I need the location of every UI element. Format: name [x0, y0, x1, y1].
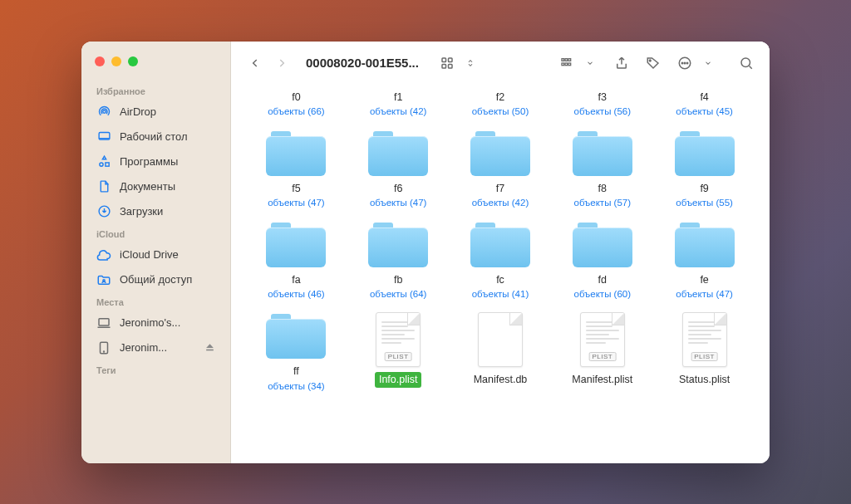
svg-rect-10 [442, 58, 446, 62]
item-subtitle: объекты (57) [574, 198, 632, 208]
item-subtitle: объекты (66) [268, 106, 325, 116]
item-subtitle: объекты (42) [472, 198, 529, 208]
svg-rect-15 [565, 58, 568, 61]
svg-rect-11 [448, 58, 452, 62]
file-item[interactable]: PLISTStatus.plist [656, 307, 753, 395]
svg-rect-3 [105, 163, 108, 166]
sidebar-item-airdrop[interactable]: AirDrop [81, 100, 230, 125]
folder-item[interactable]: f1объекты (42) [350, 85, 447, 121]
file-item[interactable]: PLISTInfo.plist [350, 307, 447, 395]
sidebar-item-shared[interactable]: Общий доступ [81, 267, 230, 292]
sidebar-item-label: Программы [120, 155, 178, 168]
folder-item[interactable]: f5объекты (47) [248, 125, 345, 213]
share-button[interactable] [610, 52, 633, 74]
ellipsis-circle-icon [673, 52, 696, 74]
close-button[interactable] [95, 56, 105, 66]
folder-item[interactable]: feобъекты (47) [656, 216, 753, 304]
svg-point-8 [104, 351, 105, 352]
sidebar-section-icloud-label: iCloud [81, 224, 230, 242]
sidebar-item-downloads[interactable]: Загрузки [81, 199, 230, 224]
svg-rect-12 [442, 64, 446, 68]
folder-item[interactable]: f0объекты (66) [248, 85, 345, 121]
item-name: ff [289, 364, 303, 379]
icon-grid[interactable]: f0объекты (66)f1объекты (42)f2объекты (5… [231, 85, 770, 463]
item-name: f3 [594, 90, 611, 105]
chevron-down-icon [696, 52, 720, 74]
folder-icon [368, 130, 428, 176]
folder-item[interactable]: fcобъекты (41) [452, 216, 549, 304]
sidebar-item-documents[interactable]: Документы [81, 174, 230, 199]
forward-button[interactable] [269, 52, 294, 74]
item-name: Manifest.plist [568, 372, 637, 387]
folder-icon [266, 221, 326, 267]
cloud-icon [96, 247, 111, 262]
item-name: f9 [696, 181, 712, 196]
sidebar-item-label: Документы [120, 180, 175, 193]
item-subtitle: объекты (47) [268, 198, 325, 208]
file-item[interactable]: PLISTManifest.plist [553, 307, 651, 395]
item-subtitle: объекты (60) [574, 289, 632, 299]
svg-point-0 [102, 110, 106, 114]
folder-icon [675, 221, 735, 267]
group-icon [555, 52, 578, 74]
folder-icon [470, 221, 530, 267]
sidebar-item-label: Рабочий стол [120, 130, 188, 143]
item-name: f1 [390, 90, 406, 105]
folder-item[interactable]: ffобъекты (34) [248, 307, 345, 395]
document-icon: PLIST [682, 312, 727, 367]
file-item[interactable]: Manifest.db [452, 307, 549, 395]
folder-item[interactable]: f7объекты (42) [452, 125, 549, 213]
group-by-button[interactable] [555, 52, 602, 74]
folder-icon [266, 312, 326, 359]
item-name: f7 [492, 181, 509, 196]
sidebar-item-desktop[interactable]: Рабочий стол [81, 125, 230, 149]
minimize-button[interactable] [111, 56, 121, 66]
sidebar-item-label: Jeronim... [120, 341, 167, 354]
sidebar-item-icloud-drive[interactable]: iCloud Drive [81, 242, 230, 267]
icon-view-icon [435, 52, 459, 74]
airdrop-icon [96, 105, 111, 120]
document-icon: PLIST [376, 312, 421, 367]
item-subtitle: объекты (41) [472, 289, 529, 299]
tags-button[interactable] [642, 52, 665, 74]
search-button[interactable] [735, 52, 758, 74]
sidebar-item-ipad[interactable]: Jeronim... [81, 335, 230, 360]
folder-item[interactable]: f9объекты (55) [656, 125, 753, 213]
folder-item[interactable]: fbобъекты (64) [350, 216, 447, 304]
folder-item[interactable]: f3объекты (56) [553, 85, 651, 121]
folder-item[interactable]: f6объекты (47) [350, 125, 447, 213]
sidebar-section-locations-label: Места [81, 292, 230, 311]
folder-icon [266, 130, 326, 176]
svg-point-24 [686, 62, 688, 64]
folder-item[interactable]: fdобъекты (60) [553, 216, 651, 304]
svg-rect-9 [206, 350, 214, 351]
eject-icon[interactable] [204, 342, 215, 353]
sidebar-item-label: Общий доступ [120, 273, 192, 286]
item-subtitle: объекты (42) [370, 106, 427, 116]
downloads-icon [96, 204, 111, 219]
folder-item[interactable]: f2объекты (50) [452, 85, 549, 121]
window-controls [81, 53, 230, 81]
item-name: fb [390, 272, 406, 287]
folder-item[interactable]: faобъекты (46) [248, 216, 345, 304]
sidebar-section-tags-label: Теги [81, 360, 230, 379]
document-icon [478, 312, 523, 367]
item-name: f4 [696, 90, 712, 105]
back-button[interactable] [243, 52, 268, 74]
folder-icon [368, 221, 428, 267]
zoom-button[interactable] [128, 56, 138, 66]
item-name: fe [696, 272, 712, 287]
sidebar-item-laptop[interactable]: Jeronimo's... [81, 311, 230, 335]
sidebar-item-applications[interactable]: Программы [81, 149, 230, 174]
view-switcher[interactable] [435, 52, 482, 74]
svg-point-22 [681, 62, 683, 64]
folder-item[interactable]: f4объекты (45) [656, 85, 753, 121]
item-name: f0 [288, 90, 304, 105]
item-subtitle: объекты (34) [268, 381, 325, 391]
item-subtitle: объекты (45) [676, 106, 733, 116]
svg-rect-6 [99, 318, 109, 325]
folder-item[interactable]: f8объекты (57) [553, 125, 651, 213]
ipad-icon [96, 340, 111, 355]
item-subtitle: объекты (47) [370, 198, 427, 208]
action-menu-button[interactable] [673, 52, 720, 74]
